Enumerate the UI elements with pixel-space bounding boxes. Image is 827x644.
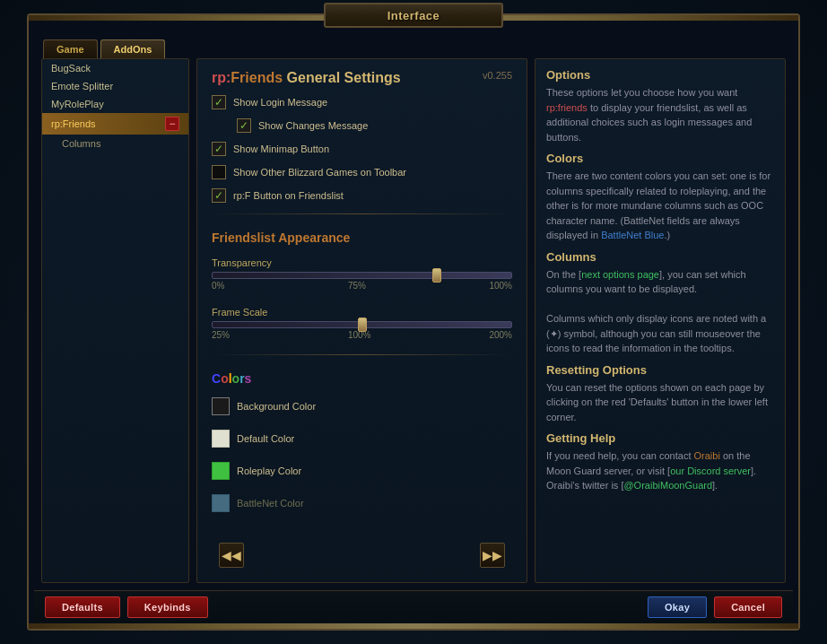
framescale-track[interactable] [212, 321, 512, 328]
transparency-track[interactable] [212, 272, 512, 279]
checkbox-minimap-box[interactable] [212, 142, 226, 156]
checkbox-login-box[interactable] [212, 95, 226, 109]
help-title-colors: Colors [546, 152, 774, 165]
window-title: Interface [387, 9, 440, 22]
checkbox-blizzard-box[interactable] [212, 165, 226, 179]
checkbox-blizzard-label: Show Other Blizzard Games on Toolbar [233, 167, 406, 178]
checkbox-rpf-label: rp:F Button on Friendslist [233, 190, 344, 201]
okay-button[interactable]: Okay [648, 596, 707, 618]
title-bar: Interface [324, 3, 503, 28]
sidebar-item-rpfriends[interactable]: rp:Friends − [42, 113, 188, 135]
framescale-slider-container: Frame Scale 25% 100% 200% [212, 307, 512, 340]
help-panel: Options These options let you choose how… [535, 58, 786, 583]
bottom-border [29, 623, 798, 629]
help-text-options: These options let you choose how you wan… [546, 85, 774, 144]
tab-game[interactable]: Game [43, 39, 98, 58]
transparency-thumb[interactable] [432, 268, 441, 283]
checkbox-blizzard: Show Other Blizzard Games on Toolbar [212, 165, 512, 179]
framescale-thumb[interactable] [358, 318, 367, 332]
window-content: Game AddOns BugSack Emote Splitter MyRol… [34, 21, 793, 623]
main-area: BugSack Emote Splitter MyRolePlay rp:Fri… [34, 58, 793, 590]
color-swatch-battlenet [212, 494, 230, 512]
divider-2 [212, 354, 512, 355]
footer-right: Okay Cancel [648, 596, 782, 618]
minus-badge: − [165, 117, 179, 131]
color-label-roleplay: Roleplay Color [237, 466, 301, 476]
footer: Defaults Keybinds Okay Cancel [34, 590, 793, 623]
checkbox-changes-label: Show Changes Message [258, 120, 368, 131]
color-label-battlenet: BattleNet Color [237, 498, 304, 509]
help-title-gettinghelp: Getting Help [546, 431, 774, 445]
sidebar-item-emotesplitter[interactable]: Emote Splitter [42, 77, 188, 95]
sidebar-item-columns[interactable]: Columns [42, 135, 188, 152]
help-title-options: Options [546, 68, 774, 82]
color-swatch-default[interactable] [212, 430, 230, 448]
help-text-resetting: You can reset the options shown on each … [546, 380, 774, 425]
transparency-labels: 0% 75% 100% [212, 281, 512, 291]
defaults-button[interactable]: Defaults [45, 596, 120, 618]
prev-button[interactable]: ◀◀ [219, 543, 244, 568]
transparency-slider-container: Transparency 0% 75% 100% [212, 257, 512, 291]
checkbox-minimap-label: Show Minimap Button [233, 144, 329, 154]
keybinds-button[interactable]: Keybinds [127, 596, 208, 618]
transparency-label: Transparency [212, 257, 512, 268]
color-battlenet: BattleNet Color [212, 494, 512, 512]
help-text-colors: There are two content colors you can set… [546, 169, 774, 243]
color-label-default: Default Color [237, 433, 294, 444]
main-window: Interface Game AddOns BugSack Emote Spli… [27, 13, 800, 631]
title-rest: General Settings [283, 70, 401, 85]
color-default: Default Color [212, 430, 512, 448]
panel-header: rp:Friends General Settings v0.255 [212, 70, 512, 86]
colors-section-header: Colors [212, 371, 512, 386]
help-text-gettinghelp: If you need help, you can contact Oraibi… [546, 448, 774, 493]
checkbox-minimap: Show Minimap Button [212, 142, 512, 156]
cancel-button[interactable]: Cancel [714, 596, 782, 618]
color-swatch-roleplay[interactable] [212, 462, 230, 480]
divider-1 [212, 213, 512, 214]
checkbox-login-label: Show Login Message [233, 97, 327, 108]
checkbox-changes-box[interactable] [237, 118, 251, 133]
sidebar: BugSack Emote Splitter MyRolePlay rp:Fri… [41, 58, 189, 583]
color-roleplay: Roleplay Color [212, 462, 512, 480]
checkbox-changes: Show Changes Message [212, 118, 512, 133]
color-label-background: Background Color [237, 401, 316, 412]
panel-area: rp:Friends General Settings v0.255 Show … [196, 58, 527, 583]
title-friends: Friends [231, 70, 283, 85]
title-rp: rp: [212, 70, 231, 85]
panel-title: rp:Friends General Settings [212, 70, 401, 86]
checkbox-rpf-box[interactable] [212, 188, 226, 203]
panel-bottom-nav: ◀◀ ▶▶ [212, 539, 512, 571]
tab-addons[interactable]: AddOns [100, 39, 166, 58]
framescale-label: Frame Scale [212, 307, 512, 318]
help-title-columns: Columns [546, 250, 774, 264]
spacer [212, 524, 512, 530]
friendslist-section-header: Friendslist Appearance [212, 231, 512, 245]
sidebar-item-myroleplay[interactable]: MyRolePlay [42, 95, 188, 113]
sidebar-item-bugsack[interactable]: BugSack [42, 59, 188, 77]
color-background: Background Color [212, 397, 512, 415]
help-title-resetting: Resetting Options [546, 363, 774, 377]
help-text-columns: On the [next options page], you can set … [546, 267, 774, 356]
color-swatch-background[interactable] [212, 397, 230, 415]
checkbox-rpf: rp:F Button on Friendslist [212, 188, 512, 203]
next-button[interactable]: ▶▶ [480, 543, 505, 568]
version-label: v0.255 [483, 70, 512, 81]
footer-left: Defaults Keybinds [45, 596, 208, 618]
checkbox-login: Show Login Message [212, 95, 512, 109]
